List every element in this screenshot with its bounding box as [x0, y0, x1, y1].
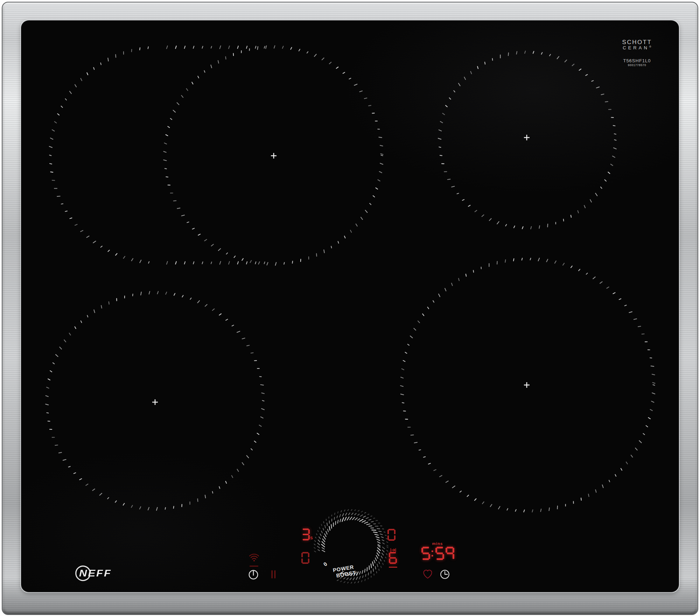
seconds-suffix: s — [310, 535, 313, 540]
wifi-underline — [250, 566, 258, 567]
zone6-underline — [389, 567, 397, 568]
ceramic-glass-surface — [22, 21, 678, 592]
neff-logo-text: NEFF — [79, 567, 112, 579]
model-number: T56SHF1L0 — [618, 58, 656, 63]
induction-hob: { "branding": { "logo": "NEFF", "glass_l… — [0, 0, 700, 616]
ceran-line: CERAN® — [618, 46, 656, 50]
registered-mark: ® — [649, 45, 651, 48]
timer-unit-label: mins — [429, 541, 446, 546]
schott-line: SCHOTT — [618, 39, 656, 46]
serial-number: 9001778570 — [618, 63, 656, 67]
schott-ceran-print: SCHOTT CERAN® — [618, 39, 656, 50]
neff-logo: NEFF — [74, 564, 130, 584]
